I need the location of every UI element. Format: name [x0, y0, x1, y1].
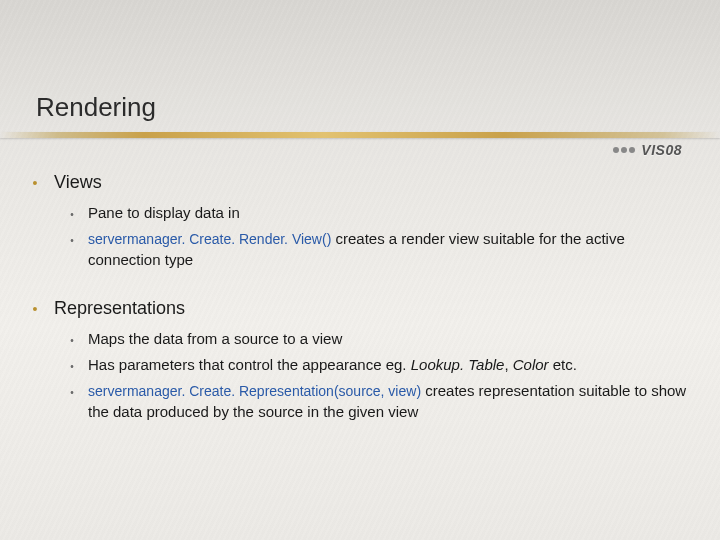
item-text: servermanager. Create. Representation(so… [88, 381, 690, 422]
italic-span: Lookup. Table [411, 356, 505, 373]
slide-body: • Views • Pane to display data in • serv… [30, 172, 690, 450]
bullet-icon: • [30, 176, 40, 190]
code-span: servermanager. Create. Representation(so… [88, 383, 421, 399]
bullet-icon: • [68, 359, 76, 375]
item-text: servermanager. Create. Render. View() cr… [88, 229, 690, 270]
bullet-icon: • [68, 333, 76, 349]
bullet-icon: • [68, 207, 76, 223]
item-text: Maps the data from a source to a view [88, 329, 690, 349]
section-heading: Views [54, 172, 102, 193]
text-span: , [504, 356, 512, 373]
section-views: • Views • Pane to display data in • serv… [30, 172, 690, 270]
logo-dots-icon [613, 147, 635, 153]
text-span: etc. [553, 356, 577, 373]
bullet-icon: • [68, 385, 76, 401]
bullet-icon: • [30, 302, 40, 316]
slide: Rendering VIS08 • Views • Pane to displa… [0, 0, 720, 540]
logo-text: VIS08 [641, 142, 682, 158]
text-span: Has parameters that control the appearan… [88, 356, 411, 373]
italic-span: Color [513, 356, 553, 373]
conference-logo: VIS08 [613, 142, 682, 158]
item-text: Has parameters that control the appearan… [88, 355, 690, 375]
code-span: servermanager. Create. Render. View() [88, 231, 331, 247]
section-heading: Representations [54, 298, 185, 319]
item-text: Pane to display data in [88, 203, 690, 223]
list-item: • Has parameters that control the appear… [68, 355, 690, 375]
section-representations: • Representations • Maps the data from a… [30, 298, 690, 422]
list-item: • Maps the data from a source to a view [68, 329, 690, 349]
title-divider [0, 132, 720, 138]
slide-title: Rendering [36, 92, 156, 123]
list-item: • servermanager. Create. Render. View() … [68, 229, 690, 270]
list-item: • Pane to display data in [68, 203, 690, 223]
list-item: • servermanager. Create. Representation(… [68, 381, 690, 422]
bullet-icon: • [68, 233, 76, 249]
